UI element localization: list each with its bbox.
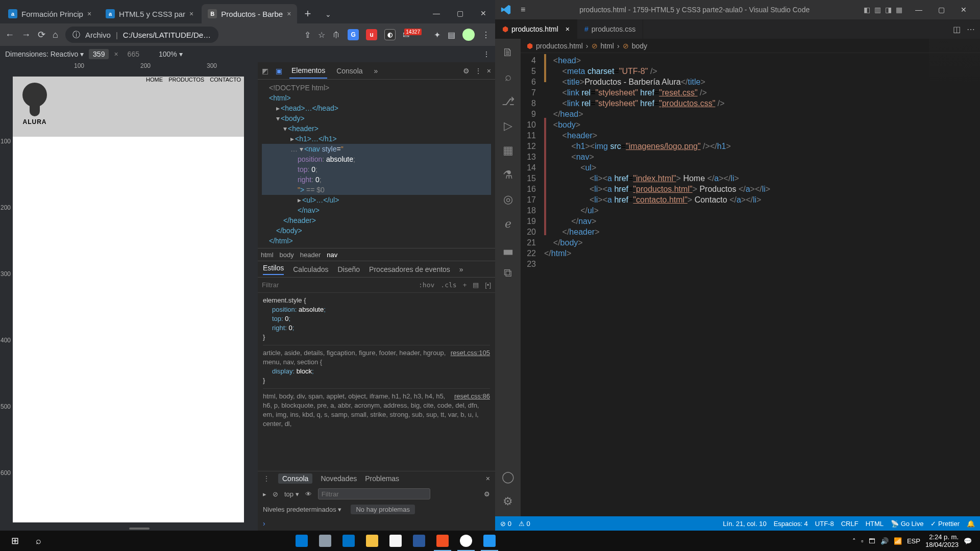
live-icon[interactable]: ◎ xyxy=(503,193,513,206)
tab-computed[interactable]: Calculados xyxy=(293,265,328,273)
run-debug-icon[interactable]: ▷ xyxy=(504,119,512,133)
device-toggle-icon[interactable]: ▣ xyxy=(276,67,282,75)
minimize-button[interactable]: — xyxy=(425,3,448,23)
edge-icon[interactable]: ℯ xyxy=(505,217,511,231)
layout-icon[interactable]: ▥ xyxy=(874,6,881,14)
dom-node[interactable]: </header> xyxy=(262,215,491,226)
tune-icon[interactable]: ⫛ xyxy=(332,30,340,39)
add-rule-icon[interactable]: + xyxy=(463,281,467,289)
tab-eventproc[interactable]: Procesadores de eventos xyxy=(369,265,450,273)
taskbar-app[interactable] xyxy=(290,531,313,551)
dom-node[interactable]: ▸<ul>…</ul> xyxy=(262,195,491,205)
testing-icon[interactable]: ⚗ xyxy=(503,168,513,182)
extension-icon[interactable]: u xyxy=(366,29,377,40)
code-line[interactable]: 10 <body> xyxy=(521,119,980,130)
taskbar-app[interactable] xyxy=(337,531,360,551)
sidepanel-icon[interactable]: ▤ xyxy=(448,30,455,40)
tab-console[interactable]: Consola xyxy=(334,64,364,78)
code-line[interactable]: 19 </nav> xyxy=(521,216,980,227)
taskbar-app[interactable] xyxy=(384,531,407,551)
code-line[interactable]: 20 </header> xyxy=(521,227,980,237)
gear-icon[interactable]: ⚙ xyxy=(463,67,470,75)
log-levels[interactable]: Niveles predeterminados ▾ xyxy=(263,506,341,513)
dom-node[interactable]: ▾<header> xyxy=(262,123,491,134)
tab-layout[interactable]: Diseño xyxy=(338,265,360,273)
notifications-icon[interactable]: 💬 xyxy=(964,537,972,545)
tray-icon[interactable]: ▫ xyxy=(861,537,864,545)
clock[interactable]: 2:24 p. m. 18/04/2023 xyxy=(925,533,959,548)
gear-icon[interactable]: ⚙ xyxy=(484,490,490,498)
wifi-icon[interactable]: 📶 xyxy=(894,537,902,545)
code-line[interactable]: 18 </ul> xyxy=(521,205,980,216)
taskbar-app[interactable] xyxy=(407,531,431,551)
search-button[interactable]: ⌕ xyxy=(27,531,50,551)
code-line[interactable]: 16 <li><a href="productos.html"> Product… xyxy=(521,184,980,194)
taskbar-app[interactable] xyxy=(360,531,384,551)
dom-node[interactable]: ▸<h1>…</h1> xyxy=(262,134,491,144)
tab-whatsnew[interactable]: Novedades xyxy=(321,474,357,483)
tab-elements[interactable]: Elementos xyxy=(289,63,327,79)
gear-icon[interactable]: ⚙ xyxy=(503,495,513,508)
code-editor[interactable]: ⬢productos.html› ⊘html› ⊘body 4 <head>5 … xyxy=(521,39,980,516)
extensions-button[interactable]: ✦ xyxy=(434,30,440,40)
reload-button[interactable]: ⟳ xyxy=(38,29,45,40)
dom-node[interactable]: <!DOCTYPE html> xyxy=(262,83,491,93)
battery-icon[interactable]: 🗔 xyxy=(869,537,875,545)
bell-icon[interactable]: 🔔 xyxy=(967,520,975,528)
go-live[interactable]: 📡 Go Live xyxy=(891,520,923,528)
nav-link[interactable]: PRODUCTOS xyxy=(168,77,204,83)
inspect-icon[interactable]: ◩ xyxy=(262,67,268,75)
code-line[interactable]: 23 xyxy=(521,259,980,269)
back-button[interactable]: ← xyxy=(5,30,14,40)
browser-tab[interactable]: a HTML5 y CSS3 par × xyxy=(100,4,200,23)
new-tab-button[interactable]: + xyxy=(297,7,317,23)
cursor-position[interactable]: Lín. 21, col. 10 xyxy=(723,520,766,528)
language-indicator[interactable]: ESP xyxy=(907,537,920,545)
more-icon[interactable]: ⋮ xyxy=(483,50,490,58)
dom-node[interactable]: ▸<head>…</head> xyxy=(262,103,491,113)
close-icon[interactable]: × xyxy=(566,25,570,33)
close-icon[interactable]: × xyxy=(487,67,491,75)
dom-node[interactable]: </html> xyxy=(262,236,491,246)
code-line[interactable]: 8 <link rel="stylesheet" href="productos… xyxy=(521,98,980,109)
home-button[interactable]: ⌂ xyxy=(53,30,58,40)
browser-tab[interactable]: B Productos - Barbe × xyxy=(202,4,297,23)
clear-icon[interactable]: ⊘ xyxy=(273,490,278,498)
share-icon[interactable]: ⇪ xyxy=(304,30,311,40)
close-icon[interactable]: × xyxy=(287,10,291,18)
nav-link[interactable]: HOME xyxy=(146,77,163,83)
editor-tab[interactable]: # productos.css xyxy=(577,19,643,39)
close-window-button[interactable]: ✕ xyxy=(952,6,975,14)
zoom-select[interactable]: 100% ▾ xyxy=(159,50,183,58)
more-icon[interactable]: ⋮ xyxy=(475,67,482,75)
eol[interactable]: CRLF xyxy=(841,520,859,528)
tab-problems[interactable]: Problemas xyxy=(365,474,399,483)
width-input[interactable]: 359 xyxy=(89,49,109,59)
warnings-count[interactable]: ⚠ 0 xyxy=(519,520,530,528)
code-line[interactable]: 5 <meta charset="UTF-8" /> xyxy=(521,66,980,77)
chrome-menu-button[interactable]: ⋮ xyxy=(482,30,490,40)
more-icon[interactable]: ⋮ xyxy=(263,474,270,483)
code-line[interactable]: 14 <ul> xyxy=(521,162,980,173)
close-icon[interactable]: × xyxy=(486,474,490,483)
taskbar-app[interactable] xyxy=(478,531,501,551)
source-link[interactable]: reset.css:86 xyxy=(454,392,490,401)
extensions-icon[interactable]: ▦ xyxy=(503,144,513,157)
console-prompt[interactable]: › xyxy=(258,516,495,531)
source-control-icon[interactable]: ⎇ xyxy=(502,95,514,108)
dom-node[interactable]: <html> xyxy=(262,93,491,103)
start-button[interactable]: ⊞ xyxy=(3,531,27,551)
forward-button[interactable]: → xyxy=(21,30,31,40)
dom-node[interactable]: </body> xyxy=(262,226,491,236)
code-line[interactable]: 22</html> xyxy=(521,248,980,259)
tab-search-button[interactable]: ⌄ xyxy=(317,10,339,23)
dom-node-selected[interactable]: …▾<nav style=" xyxy=(262,144,491,154)
tab-console[interactable]: Consola xyxy=(278,473,312,484)
breadcrumb[interactable]: ⬢productos.html› ⊘html› ⊘body xyxy=(521,39,980,53)
layout-icon[interactable]: ◧ xyxy=(864,6,870,14)
browser-tab[interactable]: a Formación Princip × xyxy=(2,4,97,23)
terminal-icon[interactable]: ⧉ xyxy=(504,266,512,280)
layout-icon[interactable]: ◨ xyxy=(885,6,892,14)
language-mode[interactable]: HTML xyxy=(866,520,884,528)
code-line[interactable]: 7 <link rel="stylesheet" href="reset.css… xyxy=(521,87,980,98)
